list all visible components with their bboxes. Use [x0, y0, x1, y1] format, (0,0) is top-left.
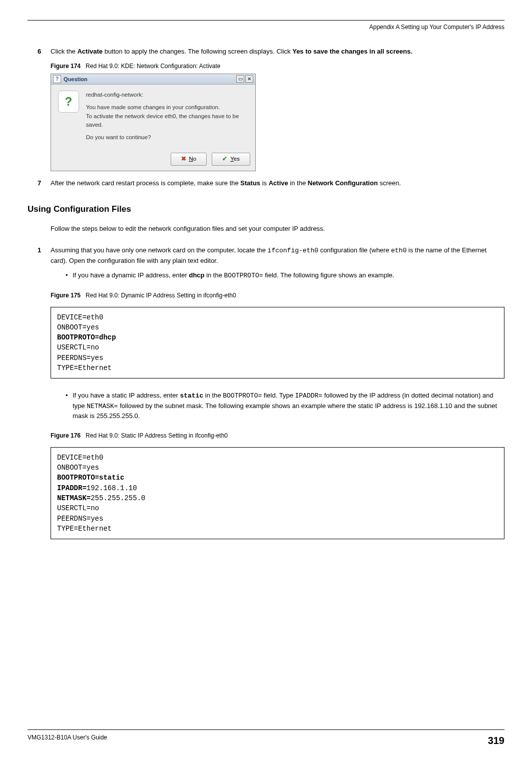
- code-dhcp: DEVICE=eth0 ONBOOT=yes BOOTPROTO=dhcp US…: [51, 307, 504, 379]
- bullet-static-static: static: [180, 392, 203, 400]
- figure-176-caption: Figure 176 Red Hat 9.0: Static IP Addres…: [51, 431, 504, 440]
- check-icon: ✔: [222, 155, 227, 163]
- footer-guide: VMG1312-B10A User's Guide: [28, 733, 107, 748]
- figure-174-label: Figure 174: [51, 63, 81, 70]
- code-static-l6: USERCTL=no: [57, 504, 99, 512]
- page-number: 319: [488, 733, 504, 748]
- bullet-dot-icon: •: [66, 391, 73, 421]
- step-6-yes: Yes to save the changes in all screens.: [292, 48, 412, 55]
- step-7-body: After the network card restart process i…: [51, 178, 504, 188]
- question-dialog: ? Question ▭ ✕ ? redhat-config-network: …: [51, 74, 256, 171]
- bullet-dhcp-field: BOOTPROTO=: [224, 272, 263, 279]
- step-6-pre: Click the: [51, 48, 77, 55]
- section-intro: Follow the steps below to edit the netwo…: [51, 224, 504, 234]
- header-appendix: Appendix A Setting up Your Computer's IP…: [28, 23, 504, 32]
- dialog-line1: redhat-config-network:: [86, 91, 248, 99]
- help-icon: ?: [53, 75, 61, 83]
- dialog-body: ? redhat-config-network: You have made s…: [51, 85, 255, 150]
- step-6-mid: button to apply the changes. The followi…: [103, 48, 292, 55]
- figure-175-text: Red Hat 9.0: Dynamic IP Address Setting …: [86, 292, 236, 299]
- footer-rule: [28, 729, 504, 730]
- figure-174-caption: Figure 174 Red Hat 9.0: KDE: Network Con…: [51, 62, 504, 71]
- code-static-l2: ONBOOT=yes: [57, 464, 99, 472]
- minimize-button[interactable]: ▭: [236, 75, 244, 83]
- step-7: 7 After the network card restart process…: [38, 178, 504, 188]
- code-static-l4v: 192.168.1.10: [87, 484, 137, 492]
- bullet-static-post: followed by the subnet mask. The followi…: [73, 402, 497, 420]
- step-1-pre: Assuming that you have only one network …: [51, 246, 268, 254]
- code-static-l4b: IPADDR=: [57, 484, 87, 492]
- bullet-static-pre: If you have a static IP address, enter: [73, 392, 180, 399]
- code-dhcp-l6: TYPE=Ethernet: [57, 364, 112, 372]
- bullet-dhcp: • If you have a dynamic IP address, ente…: [66, 270, 504, 281]
- figure-174-text: Red Hat 9.0: KDE: Network Configuration:…: [86, 63, 220, 70]
- dialog-title: Question: [64, 75, 235, 84]
- figure-176-label: Figure 176: [51, 432, 81, 439]
- step-7-mid: is: [260, 179, 269, 187]
- bullet-dhcp-dhcp: dhcp: [189, 271, 204, 279]
- question-mark-icon: ?: [58, 91, 79, 113]
- step-6: 6 Click the Activate button to apply the…: [38, 47, 504, 57]
- dialog-line2: You have made some changes in your confi…: [86, 103, 248, 129]
- code-static-l8: TYPE=Ethernet: [57, 525, 112, 533]
- step-1-number: 1: [38, 245, 51, 286]
- code-dhcp-l1: DEVICE=eth0: [57, 313, 103, 321]
- code-dhcp-l2: ONBOOT=yes: [57, 323, 99, 331]
- step-7-number: 7: [38, 178, 51, 188]
- step-7-pre: After the network card restart process i…: [51, 179, 240, 187]
- no-button[interactable]: ✖No: [171, 153, 207, 165]
- page-footer: VMG1312-B10A User's Guide 319: [28, 729, 504, 748]
- code-static-l5b: NETMASK=: [57, 494, 91, 502]
- bullet-static-netmask: NETMASK=: [87, 403, 118, 410]
- step-1-body: Assuming that you have only one network …: [51, 245, 504, 286]
- code-dhcp-l4: USERCTL=no: [57, 343, 99, 351]
- step-1-code2: eth0: [391, 247, 406, 254]
- section-heading: Using Configuration Files: [28, 203, 504, 216]
- step-7-mid2: in the: [288, 179, 308, 187]
- code-static-l3v: static: [99, 474, 124, 482]
- code-static-l5v: 255.255.255.0: [91, 494, 145, 502]
- bullet-static-body: If you have a static IP address, enter s…: [73, 391, 504, 421]
- bullet-static: • If you have a static IP address, enter…: [66, 391, 504, 421]
- code-static-l1: DEVICE=eth0: [57, 454, 103, 462]
- step-1: 1 Assuming that you have only one networ…: [38, 245, 504, 286]
- header-rule: [28, 20, 504, 21]
- bullet-dot-icon: •: [66, 270, 73, 281]
- code-dhcp-l3: BOOTPROTO=dhcp: [57, 333, 116, 341]
- step-6-body: Click the Activate button to apply the c…: [51, 47, 504, 57]
- step-1-mid: configuration file (where: [318, 246, 391, 254]
- close-button[interactable]: ✕: [245, 75, 253, 83]
- figure-176-text: Red Hat 9.0: Static IP Address Setting i…: [86, 432, 228, 439]
- no-label-rest: o: [193, 156, 196, 162]
- bullet-static-mid: in the: [203, 392, 223, 399]
- dialog-line4: Do you want to continue?: [86, 133, 248, 142]
- bullet-static-field: BOOTPROTO=: [223, 392, 262, 400]
- code-dhcp-l5: PEERDNS=yes: [57, 354, 103, 362]
- step-7-status: Status: [240, 179, 260, 187]
- step-6-activate: Activate: [77, 48, 103, 55]
- bullet-dhcp-post: field. The following figure shows an exa…: [263, 271, 394, 279]
- figure-175-label: Figure 175: [51, 292, 81, 299]
- step-7-netcfg: Network Configuration: [308, 179, 378, 187]
- code-static: DEVICE=eth0 ONBOOT=yes BOOTPROTO=static …: [51, 447, 504, 539]
- code-static-l3b: BOOTPROTO=: [57, 474, 99, 482]
- yes-label-rest: es: [234, 156, 240, 162]
- bullet-static-mid2: field. Type: [262, 392, 295, 399]
- cancel-icon: ✖: [181, 155, 186, 163]
- yes-button[interactable]: ✔Yes: [212, 153, 250, 165]
- bullet-dhcp-mid: in the: [205, 271, 224, 279]
- dialog-text: redhat-config-network: You have made som…: [86, 91, 248, 146]
- dialog-buttons: ✖No ✔Yes: [51, 150, 255, 170]
- bullet-static-wrap: • If you have a static IP address, enter…: [38, 386, 504, 426]
- step-7-active: Active: [269, 179, 288, 187]
- bullet-dhcp-body: If you have a dynamic IP address, enter …: [73, 270, 394, 281]
- figure-175-caption: Figure 175 Red Hat 9.0: Dynamic IP Addre…: [51, 291, 504, 300]
- step-6-number: 6: [38, 47, 51, 57]
- bullet-dhcp-pre: If you have a dynamic IP address, enter: [73, 271, 189, 279]
- dialog-titlebar: ? Question ▭ ✕: [51, 74, 255, 85]
- step-1-code1: ifconfig-eth0: [268, 247, 318, 254]
- code-static-l7: PEERDNS=yes: [57, 515, 103, 523]
- bullet-static-ipaddr: IPADDR=: [295, 392, 323, 400]
- step-7-post: screen.: [378, 179, 401, 187]
